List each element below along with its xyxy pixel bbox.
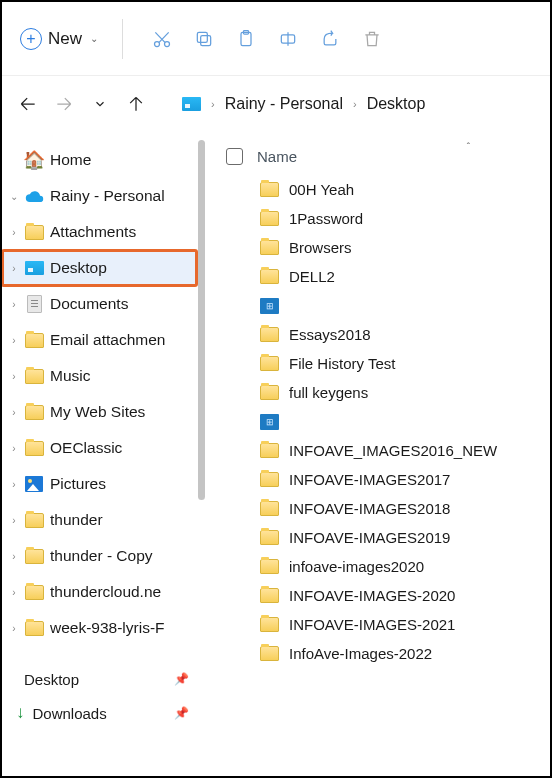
new-button-label: New bbox=[48, 29, 82, 49]
cut-icon[interactable] bbox=[141, 19, 183, 59]
sidebar-item[interactable]: ›week-938-lyris-F bbox=[2, 610, 197, 646]
plus-icon: + bbox=[20, 28, 42, 50]
sidebar-item-label: Pictures bbox=[50, 475, 106, 493]
expand-icon[interactable]: › bbox=[6, 623, 22, 634]
sidebar-item[interactable]: ›thundercloud.ne bbox=[2, 574, 197, 610]
expand-icon[interactable]: › bbox=[6, 515, 22, 526]
rename-icon[interactable] bbox=[267, 19, 309, 59]
file-row[interactable]: infoave-images2020 bbox=[198, 552, 550, 581]
pin-icon[interactable]: 📌 bbox=[174, 672, 189, 686]
expand-icon[interactable]: › bbox=[6, 587, 22, 598]
sidebar-item-label: Desktop bbox=[50, 259, 107, 277]
back-button[interactable] bbox=[10, 86, 46, 122]
file-row[interactable]: ⊞ bbox=[198, 407, 550, 436]
expand-icon[interactable]: › bbox=[6, 551, 22, 562]
file-row[interactable]: Essays2018 bbox=[198, 320, 550, 349]
folder-icon bbox=[260, 559, 279, 574]
file-row[interactable]: ⊞ bbox=[198, 291, 550, 320]
folder-icon bbox=[260, 211, 279, 226]
file-row[interactable]: INFOAVE_IMAGES2016_NEW bbox=[198, 436, 550, 465]
download-icon: ↓ bbox=[16, 703, 25, 722]
copy-icon[interactable] bbox=[183, 19, 225, 59]
chevron-right-icon: › bbox=[353, 98, 357, 110]
sidebar-item[interactable]: ›Desktop bbox=[2, 250, 197, 286]
expand-icon[interactable]: › bbox=[6, 479, 22, 490]
toolbar: + New ⌄ bbox=[2, 2, 550, 76]
sidebar-item[interactable]: ›thunder - Copy bbox=[2, 538, 197, 574]
expand-icon[interactable]: › bbox=[6, 299, 22, 310]
folder-icon bbox=[260, 501, 279, 516]
sort-indicator: ˆ bbox=[467, 142, 470, 153]
separator bbox=[122, 19, 123, 59]
folder-icon bbox=[25, 333, 44, 348]
folder-icon bbox=[25, 549, 44, 564]
expand-icon[interactable]: › bbox=[6, 407, 22, 418]
file-row[interactable]: InfoAve-Images-2022 bbox=[198, 639, 550, 668]
document-icon bbox=[27, 295, 42, 313]
folder-icon bbox=[25, 621, 44, 636]
sidebar-item-label: thunder bbox=[50, 511, 103, 529]
file-row[interactable]: Browsers bbox=[198, 233, 550, 262]
quick-access-item[interactable]: Desktop📌 bbox=[2, 662, 197, 696]
breadcrumb-part[interactable]: Desktop bbox=[367, 95, 426, 113]
folder-icon bbox=[260, 443, 279, 458]
sidebar-item[interactable]: ›Attachments bbox=[2, 214, 197, 250]
folder-icon bbox=[260, 646, 279, 661]
chevron-down-icon: ⌄ bbox=[90, 33, 98, 44]
up-button[interactable] bbox=[118, 86, 154, 122]
sidebar-item[interactable]: ›Email attachmen bbox=[2, 322, 197, 358]
sidebar-root[interactable]: ⌄ Rainy - Personal bbox=[2, 178, 197, 214]
column-header[interactable]: Name ˆ bbox=[198, 142, 550, 175]
recent-dropdown[interactable] bbox=[82, 86, 118, 122]
scrollbar[interactable] bbox=[198, 140, 205, 500]
select-all-checkbox[interactable] bbox=[226, 148, 243, 165]
sidebar-item[interactable]: ›OEClassic bbox=[2, 430, 197, 466]
folder-icon bbox=[25, 585, 44, 600]
expand-icon[interactable]: › bbox=[6, 335, 22, 346]
file-row[interactable]: INFOAVE-IMAGES-2021 bbox=[198, 610, 550, 639]
sidebar-item[interactable]: ›Documents bbox=[2, 286, 197, 322]
breadcrumb[interactable]: › Rainy - Personal › Desktop bbox=[182, 95, 425, 113]
share-icon[interactable] bbox=[309, 19, 351, 59]
pin-icon[interactable]: 📌 bbox=[174, 706, 189, 720]
file-row[interactable]: full keygens bbox=[198, 378, 550, 407]
file-row[interactable]: INFOAVE-IMAGES2017 bbox=[198, 465, 550, 494]
folder-icon bbox=[260, 182, 279, 197]
quick-access-item[interactable]: ↓Downloads📌 bbox=[2, 696, 197, 730]
paste-icon[interactable] bbox=[225, 19, 267, 59]
file-row[interactable]: INFOAVE-IMAGES2019 bbox=[198, 523, 550, 552]
file-row[interactable]: 00H Yeah bbox=[198, 175, 550, 204]
folder-icon bbox=[25, 405, 44, 420]
sidebar-item-label: thunder - Copy bbox=[50, 547, 153, 565]
file-name: Browsers bbox=[289, 239, 352, 256]
sidebar-home[interactable]: 🏠 Home bbox=[2, 142, 197, 178]
sidebar: 🏠 Home ⌄ Rainy - Personal ›Attachments›D… bbox=[2, 132, 198, 776]
delete-icon[interactable] bbox=[351, 19, 393, 59]
new-button[interactable]: + New ⌄ bbox=[10, 22, 108, 56]
file-name: 1Password bbox=[289, 210, 363, 227]
file-row[interactable]: INFOAVE-IMAGES-2020 bbox=[198, 581, 550, 610]
sidebar-item-label: Rainy - Personal bbox=[50, 187, 165, 205]
expand-icon[interactable]: › bbox=[6, 443, 22, 454]
expand-icon[interactable]: › bbox=[6, 371, 22, 382]
breadcrumb-part[interactable]: Rainy - Personal bbox=[225, 95, 343, 113]
sidebar-item[interactable]: ›My Web Sites bbox=[2, 394, 197, 430]
expand-icon[interactable]: › bbox=[6, 227, 22, 238]
forward-button[interactable] bbox=[46, 86, 82, 122]
sidebar-item[interactable]: ›Pictures bbox=[2, 466, 197, 502]
expand-icon[interactable]: ⌄ bbox=[6, 191, 22, 202]
sidebar-item-label: Music bbox=[50, 367, 90, 385]
name-column-header[interactable]: Name bbox=[257, 148, 297, 165]
file-row[interactable]: 1Password bbox=[198, 204, 550, 233]
file-pane: Name ˆ 00H Yeah1PasswordBrowsersDELL2⊞Es… bbox=[198, 132, 550, 776]
file-row[interactable]: INFOAVE-IMAGES2018 bbox=[198, 494, 550, 523]
control-panel-icon: ⊞ bbox=[260, 414, 279, 430]
file-row[interactable]: File History Test bbox=[198, 349, 550, 378]
file-row[interactable]: DELL2 bbox=[198, 262, 550, 291]
expand-icon[interactable]: › bbox=[6, 263, 22, 274]
file-name: InfoAve-Images-2022 bbox=[289, 645, 432, 662]
sidebar-item-label: My Web Sites bbox=[50, 403, 145, 421]
sidebar-item[interactable]: ›thunder bbox=[2, 502, 197, 538]
quick-access-label: Desktop bbox=[24, 671, 79, 688]
sidebar-item[interactable]: ›Music bbox=[2, 358, 197, 394]
